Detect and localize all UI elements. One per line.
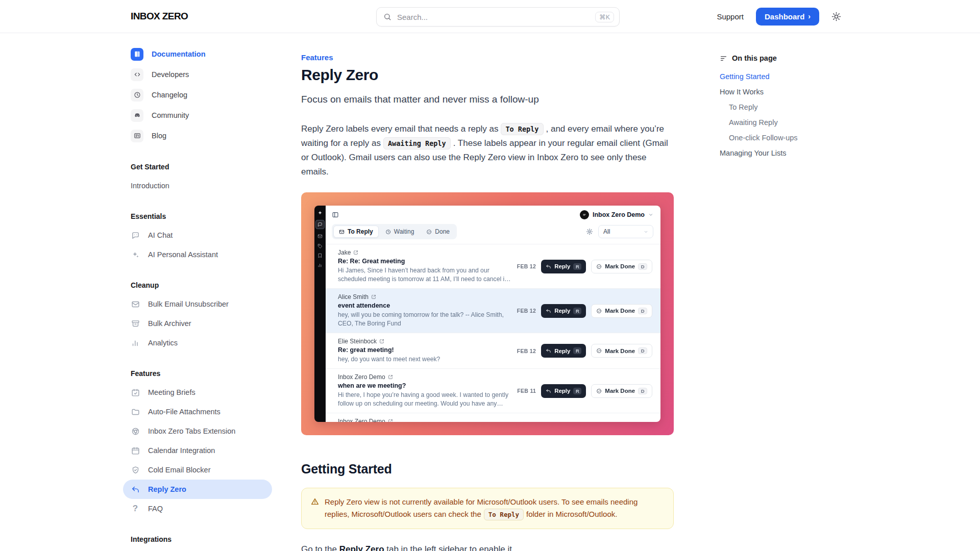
- demo-app-window: Inbox Zero Demo To R: [314, 206, 660, 422]
- reply-button-label: Reply: [554, 388, 570, 394]
- sidebar-item-label: Developers: [152, 70, 189, 79]
- reply-shortcut-key: R: [573, 347, 581, 354]
- demo-tab-to-reply: To Reply: [333, 226, 379, 238]
- sidebar-toggle-icon: [332, 211, 339, 218]
- sidebar-item-calendar-integration[interactable]: Calendar Integration: [123, 441, 272, 460]
- newspaper-icon: [131, 130, 143, 142]
- email-snippet: Hi there, I hope you’re having a good we…: [338, 391, 511, 408]
- mark-done-button: Mark DoneD: [591, 344, 652, 358]
- toc-item-to-reply[interactable]: To Reply: [720, 103, 857, 111]
- sidebar-item-reply-zero[interactable]: Reply Zero: [123, 480, 272, 499]
- sparkles-icon: [131, 251, 140, 259]
- demo-email-row: Jake Re: Re: Great meeting Hi James, Sin…: [326, 244, 660, 289]
- done-shortcut-key: D: [638, 308, 647, 314]
- check-circle-icon: [596, 264, 602, 269]
- callout-text: folder in Microsoft/Outlook.: [526, 510, 617, 518]
- sidebar-item-bulk-email-unsubscriber[interactable]: Bulk Email Unsubscriber: [123, 294, 272, 314]
- breadcrumb-category[interactable]: Features: [301, 53, 674, 62]
- sidebar-item-community[interactable]: Community: [131, 105, 264, 126]
- sidebar-section-features: Features Meeting Briefs Auto-File Attach…: [131, 365, 264, 518]
- warning-icon: [311, 497, 319, 521]
- sidebar-item-label: Meeting Briefs: [148, 388, 195, 396]
- toc-item-how-it-works[interactable]: How It Works: [720, 88, 857, 96]
- instruction-text: tab in the left sidebar to enable it.: [384, 544, 514, 551]
- sidebar-item-label: Bulk Archiver: [148, 319, 191, 328]
- check-circle-icon: [596, 348, 602, 354]
- dashboard-button[interactable]: Dashboard ›: [756, 8, 819, 26]
- sidebar-item-label: Calendar Integration: [148, 446, 215, 455]
- demo-tabs-row: To Reply Waiting: [326, 222, 660, 244]
- reply-button: ReplyR: [541, 384, 586, 398]
- mark-done-button: Mark DoneD: [591, 260, 652, 273]
- sidebar-item-auto-file-attachments[interactable]: Auto-File Attachments: [123, 402, 272, 421]
- email-sender-line: Alice Smith: [338, 293, 511, 300]
- demo-tab-waiting: Waiting: [380, 226, 420, 238]
- email-subject: Re: great meeting!: [338, 346, 511, 354]
- main-content: Features Reply Zero Focus on emails that…: [301, 53, 674, 551]
- sidebar-item-ai-chat[interactable]: AI Chat: [123, 226, 272, 245]
- sidebar-item-label: FAQ: [148, 505, 163, 513]
- support-link[interactable]: Support: [717, 12, 744, 21]
- demo-email-row: Alice Smith event attendence hey, will y…: [326, 289, 660, 333]
- reply-button: ReplyR: [541, 260, 586, 273]
- email-sender: Jake: [338, 249, 351, 256]
- sidebar-section-title: Integrations: [131, 531, 264, 547]
- page-subtitle: Focus on emails that matter and never mi…: [301, 94, 674, 105]
- external-link-icon: [371, 294, 376, 299]
- search-input[interactable]: [396, 12, 591, 22]
- email-subject: when are we meeting?: [338, 382, 511, 389]
- toc-item-one-click-follow-ups[interactable]: One-click Follow-ups: [720, 134, 857, 142]
- mail-icon: [339, 229, 345, 235]
- mark-done-button-label: Mark Done: [605, 263, 635, 269]
- sidebar-item-inbox-zero-tabs-extension[interactable]: Inbox Zero Tabs Extension: [123, 421, 272, 441]
- sidebar-item-changelog[interactable]: Changelog: [131, 85, 264, 105]
- email-controls: FEB 12 ReplyR Mark DoneD: [517, 260, 652, 273]
- sidebar-section-title: Cleanup: [131, 277, 264, 293]
- theme-toggle-sun-icon[interactable]: [831, 12, 841, 21]
- shield-check-icon: [131, 466, 140, 474]
- sidebar-item-meeting-briefs[interactable]: Meeting Briefs: [123, 383, 272, 402]
- awaiting-reply-code-chip: Awaiting Reply: [383, 137, 451, 149]
- sidebar-item-blog[interactable]: Blog: [131, 126, 264, 146]
- inbox-zero-logo[interactable]: INBOX ZERO: [131, 0, 188, 33]
- reply-button-label: Reply: [554, 348, 570, 354]
- sidebar-item-ai-personal-assistant[interactable]: AI Personal Assistant: [123, 245, 272, 264]
- warning-callout-text: Reply Zero view is not currently availab…: [325, 496, 664, 521]
- sidebar-item-label: Community: [152, 111, 189, 119]
- sidebar-item-bulk-archiver[interactable]: Bulk Archiver: [123, 314, 272, 333]
- email-date: FEB 12: [517, 263, 536, 269]
- external-link-icon: [388, 419, 393, 422]
- to-reply-code-chip: To Reply: [501, 123, 543, 135]
- email-text: Inbox Zero Demo when are we meeting? Hi …: [338, 373, 511, 408]
- reply-zero-link[interactable]: Reply Zero: [339, 544, 384, 551]
- intro-paragraph: Reply Zero labels every email that needs…: [301, 122, 674, 179]
- sidebar-item-label: AI Chat: [148, 231, 173, 239]
- sidebar-item-analytics[interactable]: Analytics: [123, 333, 272, 353]
- sidebar-item-faq[interactable]: ? FAQ: [123, 499, 272, 518]
- email-date: FEB 12: [517, 348, 536, 354]
- sidebar-item-label: Inbox Zero Tabs Extension: [148, 427, 235, 435]
- email-subject: event attendence: [338, 302, 511, 309]
- email-sender: Elie Steinbock: [338, 338, 377, 345]
- toc-list: Getting Started How It Works To Reply Aw…: [720, 72, 857, 157]
- toc-item-managing-your-lists[interactable]: Managing Your Lists: [720, 149, 857, 157]
- external-link-icon: [353, 250, 358, 255]
- sidebar-section-title: Features: [131, 365, 264, 382]
- navbar-actions: Support Dashboard ›: [717, 0, 841, 33]
- email-text: Jake Re: Re: Great meeting Hi James, Sin…: [338, 249, 511, 284]
- toc-item-awaiting-reply[interactable]: Awaiting Reply: [720, 118, 857, 127]
- sidebar-section-get-started: Get Started Introduction: [131, 159, 264, 195]
- sidebar-section-integrations: Integrations: [131, 531, 264, 547]
- sidebar-item-developers[interactable]: Developers: [131, 64, 264, 85]
- demo-account-name: Inbox Zero Demo: [593, 211, 645, 218]
- sidebar-item-documentation[interactable]: Documentation: [131, 44, 264, 64]
- email-snippet: Hi James, Since I haven’t heard back fro…: [338, 266, 511, 284]
- reply-shortcut-key: R: [573, 263, 581, 270]
- sidebar-item-cold-email-blocker[interactable]: Cold Email Blocker: [123, 460, 272, 480]
- toc-item-getting-started[interactable]: Getting Started: [720, 72, 857, 81]
- search-bar[interactable]: ⌘K: [376, 7, 620, 27]
- demo-main-panel: Inbox Zero Demo To R: [326, 206, 660, 422]
- mark-done-button: Mark DoneD: [591, 384, 652, 398]
- reply-icon: [546, 388, 551, 394]
- sidebar-item-introduction[interactable]: Introduction: [123, 176, 272, 195]
